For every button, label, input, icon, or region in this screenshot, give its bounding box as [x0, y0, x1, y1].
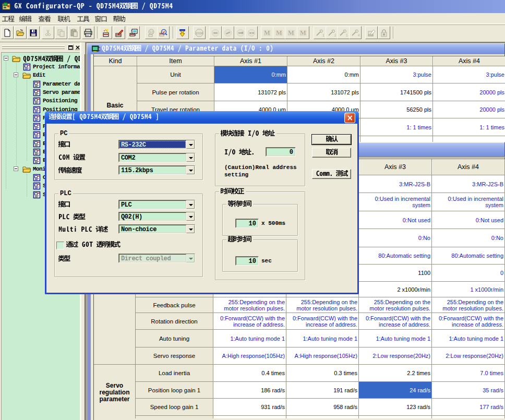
- svg-text:3: 3: [346, 33, 347, 37]
- svg-text:12: 12: [149, 30, 153, 34]
- svg-text:2: 2: [334, 33, 336, 37]
- svg-text:1: 1: [322, 33, 324, 37]
- svg-text:STOP: STOP: [196, 31, 203, 34]
- svg-text:4: 4: [358, 33, 359, 37]
